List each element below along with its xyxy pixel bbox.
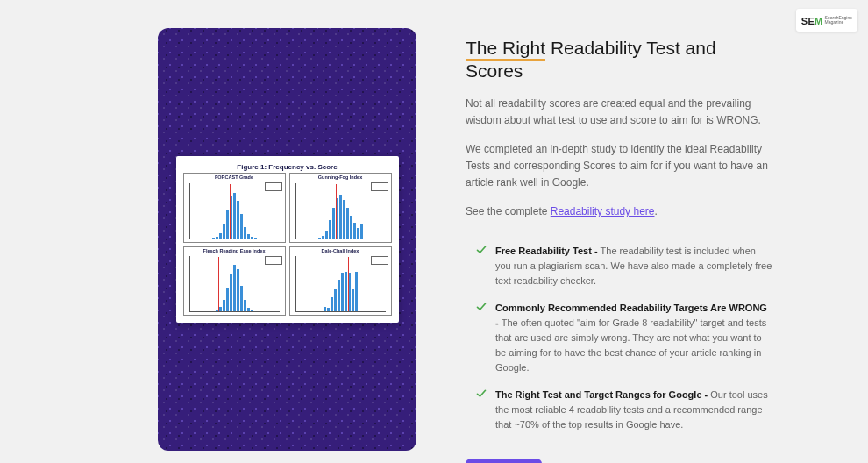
mini-chart-label: Dale-Chall Index xyxy=(290,247,391,254)
mini-chart-label: Gunning-Fog Index xyxy=(290,174,391,181)
mini-legend xyxy=(265,182,282,191)
reference-line xyxy=(348,257,349,311)
check-icon xyxy=(476,302,487,312)
mini-chart-panel: Gunning-Fog Index xyxy=(289,173,392,243)
mini-chart-panel: Dale-Chall Index xyxy=(289,246,392,317)
mini-legend xyxy=(265,256,282,265)
readability-study-link[interactable]: Readability study here xyxy=(551,205,655,217)
mini-chart-label: FORCAST Grade xyxy=(184,174,285,181)
chart-figure-title: Figure 1: Frequency vs. Score xyxy=(183,163,392,171)
sem-logo-badge: SEM SearchEngine Magazine xyxy=(796,9,857,32)
heading-highlight: The Right xyxy=(466,38,545,61)
bullet-text: Free Readability Test - The readability … xyxy=(495,244,772,288)
reference-line xyxy=(336,184,337,239)
content-column: The Right Readability Test and Scores No… xyxy=(466,28,772,463)
mini-chart-label: Flesch Reading Ease Index xyxy=(184,247,285,254)
feature-bullet: Free Readability Test - The readability … xyxy=(476,244,772,288)
intro-paragraph-3: See the complete Readability study here. xyxy=(466,203,772,220)
feature-bullets: Free Readability Test - The readability … xyxy=(476,244,772,433)
mini-chart-panel: FORCAST Grade xyxy=(183,173,286,243)
mini-legend xyxy=(371,256,388,265)
feature-bullet: The Right Test and Target Ranges for Goo… xyxy=(476,388,772,432)
feature-illustration-card: Figure 1: Frequency vs. Score FORCAST Gr… xyxy=(158,28,416,451)
sign-up-button[interactable]: Sign Up xyxy=(466,459,542,463)
readability-charts-figure: Figure 1: Frequency vs. Score FORCAST Gr… xyxy=(176,156,399,323)
chart-panels-grid: FORCAST GradeGunning-Fog IndexFlesch Rea… xyxy=(183,173,392,316)
bullet-text: The Right Test and Target Ranges for Goo… xyxy=(495,388,772,432)
bullet-text: Commonly Recommended Readability Targets… xyxy=(495,301,772,375)
check-icon xyxy=(476,388,487,399)
intro-paragraph-1: Not all readability scores are created e… xyxy=(466,96,772,129)
mini-chart-panel: Flesch Reading Ease Index xyxy=(183,246,286,317)
section-heading: The Right Readability Test and Scores xyxy=(466,37,772,83)
reference-line xyxy=(218,257,219,311)
intro-paragraph-2: We completed an in-depth study to identi… xyxy=(466,141,772,192)
feature-bullet: Commonly Recommended Readability Targets… xyxy=(476,301,772,375)
mini-legend xyxy=(371,182,388,191)
reference-line xyxy=(230,184,231,239)
check-icon xyxy=(476,245,487,255)
